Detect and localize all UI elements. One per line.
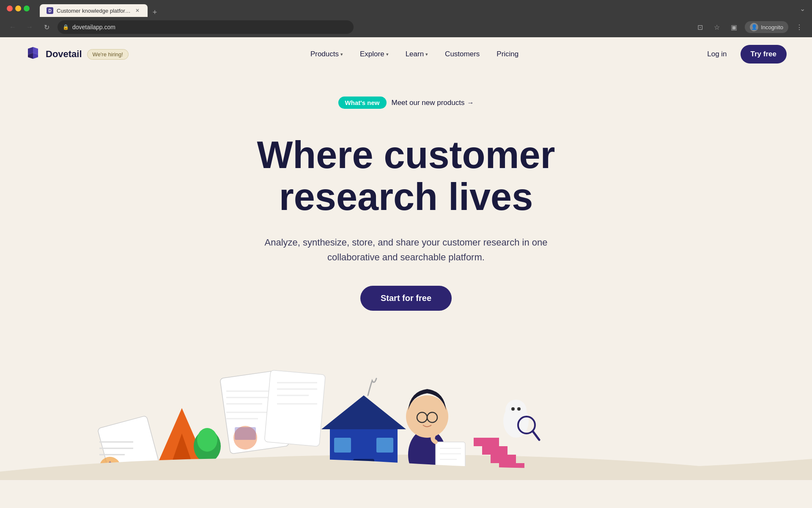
back-button[interactable]: ← — [7, 21, 19, 33]
illustration-svg — [0, 345, 812, 480]
svg-point-45 — [517, 407, 521, 411]
cast-icon[interactable]: ⊡ — [694, 21, 706, 33]
svg-rect-26 — [376, 438, 393, 453]
hero-title: Where customer research lives — [257, 134, 555, 218]
login-button[interactable]: Log in — [700, 47, 733, 62]
close-window-button[interactable] — [7, 6, 13, 11]
toolbar-right: ⊡ ☆ ▣ 👤 Incognito ⋮ — [694, 21, 805, 33]
products-chevron-icon: ▾ — [340, 52, 343, 57]
nav-products-label: Products — [310, 50, 339, 58]
hiring-badge[interactable]: We're hiring! — [87, 49, 129, 60]
hero-title-line2: research lives — [279, 176, 533, 218]
incognito-label: Incognito — [761, 24, 783, 30]
more-options-icon[interactable]: ⋮ — [793, 21, 805, 33]
svg-point-44 — [511, 407, 515, 411]
browser-chrome: D Customer knowledge platfor… ✕ + ⌄ ← → … — [0, 0, 812, 37]
expand-tabs-button[interactable]: ⌄ — [800, 5, 805, 13]
nav-link-customers[interactable]: Customers — [438, 47, 486, 62]
svg-marker-23 — [321, 395, 406, 429]
svg-line-43 — [533, 431, 539, 440]
lock-icon: 🔒 — [63, 24, 69, 30]
nav-link-pricing[interactable]: Pricing — [490, 47, 525, 62]
nav-links: Products ▾ Explore ▾ Learn ▾ Customers P… — [304, 47, 525, 62]
logo-section: Dovetail We're hiring! — [25, 45, 129, 64]
hero-section: What's new Meet our new products → Where… — [0, 71, 812, 345]
whats-new-text: Meet our new products → — [392, 99, 474, 107]
tab-close-button[interactable]: ✕ — [134, 7, 141, 14]
refresh-button[interactable]: ↻ — [41, 21, 52, 33]
tab-favicon-icon: D — [47, 7, 53, 14]
new-tab-button[interactable]: + — [151, 8, 159, 17]
incognito-icon: 👤 — [750, 23, 758, 31]
page: Dovetail We're hiring! Products ▾ Explor… — [0, 37, 812, 508]
nav-customers-label: Customers — [445, 50, 480, 58]
svg-rect-16 — [235, 427, 256, 440]
nav-link-learn[interactable]: Learn ▾ — [399, 47, 435, 62]
hero-title-line1: Where customer — [257, 134, 555, 176]
nav-right: Log in Try free — [700, 45, 787, 64]
navbar: Dovetail We're hiring! Products ▾ Explor… — [0, 37, 812, 71]
svg-rect-39 — [474, 438, 499, 446]
svg-rect-37 — [491, 455, 516, 463]
forward-button[interactable]: → — [24, 21, 36, 33]
learn-chevron-icon: ▾ — [425, 52, 428, 57]
split-view-icon[interactable]: ▣ — [728, 21, 740, 33]
whats-new-banner[interactable]: What's new Meet our new products → — [338, 97, 474, 109]
tab-title: Customer knowledge platfor… — [57, 8, 131, 14]
explore-chevron-icon: ▾ — [386, 52, 389, 57]
address-bar[interactable]: 🔒 dovetailapp.com — [58, 20, 354, 34]
nav-pricing-label: Pricing — [497, 50, 518, 58]
active-tab[interactable]: D Customer knowledge platfor… ✕ — [40, 4, 148, 17]
logo-text[interactable]: Dovetail — [46, 49, 82, 60]
nav-link-explore[interactable]: Explore ▾ — [353, 47, 395, 62]
bookmark-icon[interactable]: ☆ — [711, 21, 723, 33]
hero-subtitle: Analyze, synthesize, store, and share yo… — [258, 235, 554, 265]
nav-link-products[interactable]: Products ▾ — [304, 47, 350, 62]
try-free-button[interactable]: Try free — [741, 45, 787, 64]
start-for-free-button[interactable]: Start for free — [360, 286, 452, 311]
browser-titlebar: D Customer knowledge platfor… ✕ + ⌄ — [0, 0, 812, 17]
whats-new-badge: What's new — [338, 97, 387, 109]
maximize-window-button[interactable] — [24, 6, 30, 11]
nav-explore-label: Explore — [360, 50, 384, 58]
incognito-badge: 👤 Incognito — [745, 21, 788, 33]
dovetail-logo-icon[interactable] — [25, 45, 41, 64]
browser-toolbar: ← → ↻ 🔒 dovetailapp.com ⊡ ☆ ▣ 👤 Incognit… — [0, 17, 812, 37]
svg-rect-25 — [334, 438, 351, 453]
svg-rect-38 — [482, 446, 508, 455]
traffic-lights — [7, 6, 30, 11]
nav-learn-label: Learn — [406, 50, 424, 58]
minimize-window-button[interactable] — [15, 6, 21, 11]
whats-new-arrow-icon: → — [467, 99, 474, 107]
tab-bar: D Customer knowledge platfor… ✕ + — [40, 0, 159, 17]
whats-new-message: Meet our new products — [392, 99, 465, 107]
hero-illustration — [0, 345, 812, 480]
url-text: dovetailapp.com — [72, 24, 115, 30]
svg-point-8 — [197, 428, 217, 452]
svg-rect-17 — [264, 370, 325, 447]
